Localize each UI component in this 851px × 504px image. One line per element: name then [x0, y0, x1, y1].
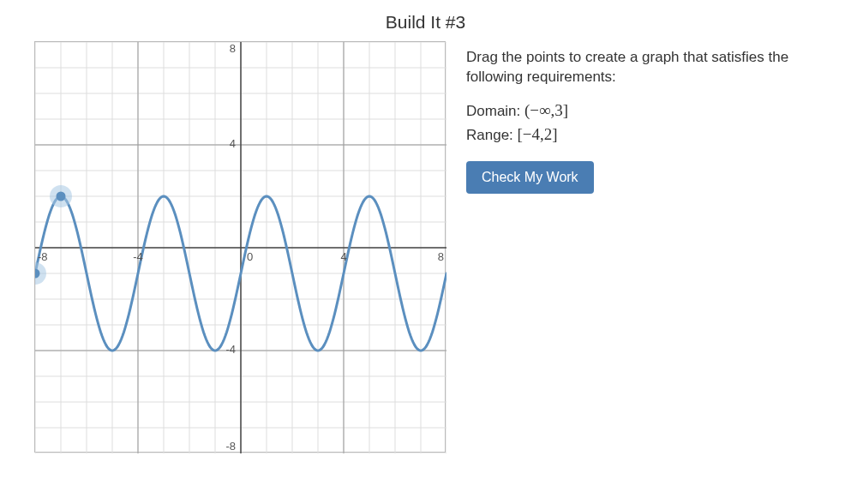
y-tick-label: 4	[230, 137, 236, 150]
domain-line: Domain: (−∞,3]	[466, 101, 835, 120]
x-tick-label: -4	[133, 250, 143, 263]
page-title: Build It #3	[0, 0, 851, 33]
check-my-work-button[interactable]: Check My Work	[466, 161, 594, 194]
side-panel: Drag the points to create a graph that s…	[466, 48, 835, 194]
domain-value: (−∞,3]	[524, 101, 568, 119]
x-tick-label: 8	[438, 250, 444, 263]
drag-point[interactable]	[57, 192, 66, 201]
range-line: Range: [−4,2]	[466, 125, 835, 144]
x-tick-label: 0	[247, 250, 253, 263]
y-tick-label: -4	[225, 343, 236, 356]
coordinate-plane[interactable]: -8-4048-8-448	[35, 42, 446, 453]
instructions-text: Drag the points to create a graph that s…	[466, 48, 835, 87]
y-tick-label: 8	[230, 42, 236, 55]
graph-panel[interactable]: -8-4048-8-448	[34, 41, 446, 453]
x-tick-label: 4	[340, 250, 346, 263]
y-tick-label: -8	[225, 440, 236, 453]
x-tick-label: -8	[38, 250, 48, 263]
range-value: [−4,2]	[518, 125, 558, 143]
range-label: Range:	[466, 127, 518, 143]
domain-label: Domain:	[466, 103, 524, 119]
